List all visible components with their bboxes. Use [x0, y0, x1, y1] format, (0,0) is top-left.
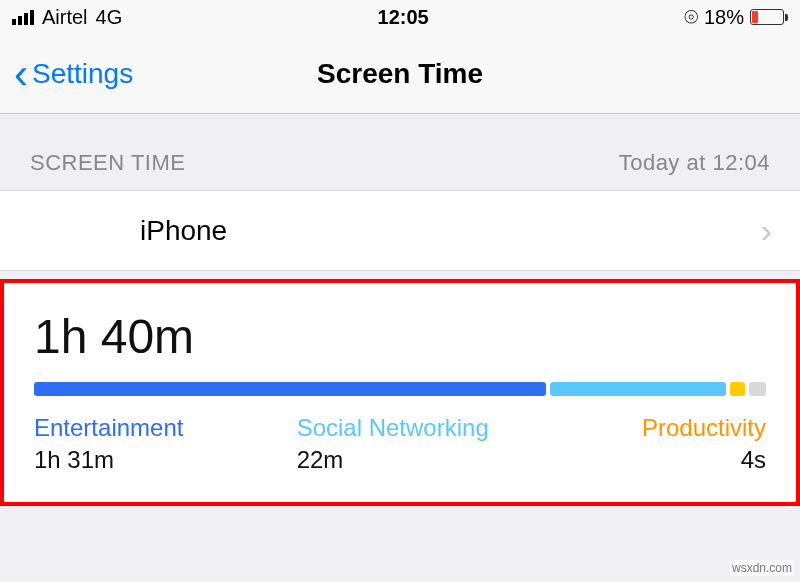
rotation-lock-icon: ⦾ [684, 7, 698, 28]
category-label: Productivity [642, 414, 766, 442]
device-row[interactable]: iPhone › [0, 190, 800, 271]
category-value: 22m [297, 446, 489, 474]
bar-segment-empty [749, 382, 766, 396]
battery-icon [750, 9, 788, 25]
chevron-right-icon: › [761, 211, 772, 250]
watermark: wsxdn.com [730, 560, 794, 576]
screen-time-summary[interactable]: 1h 40m Entertainment 1h 31m Social Netwo… [0, 279, 800, 506]
category-value: 1h 31m [34, 446, 183, 474]
section-timestamp: Today at 12:04 [619, 150, 770, 176]
status-right: ⦾ 18% [684, 6, 788, 29]
category-label: Entertainment [34, 414, 183, 442]
bar-segment-social [550, 382, 726, 396]
bar-segment-productivity [730, 382, 745, 396]
category-label: Social Networking [297, 414, 489, 442]
nav-bar: ‹ Settings Screen Time [0, 34, 800, 114]
chevron-left-icon: ‹ [14, 53, 28, 95]
back-label: Settings [32, 58, 133, 90]
bar-segment-entertainment [34, 382, 546, 396]
section-title: SCREEN TIME [30, 150, 185, 176]
category-entertainment: Entertainment 1h 31m [34, 414, 183, 474]
page-title: Screen Time [317, 58, 483, 90]
category-social: Social Networking 22m [297, 414, 489, 474]
status-left: Airtel 4G [12, 6, 122, 29]
carrier-label: Airtel [42, 6, 88, 29]
battery-percent-label: 18% [704, 6, 744, 29]
total-time: 1h 40m [34, 309, 766, 364]
network-label: 4G [96, 6, 123, 29]
back-button[interactable]: ‹ Settings [0, 53, 133, 95]
category-productivity: Productivity 4s [642, 414, 766, 474]
signal-icon [12, 10, 34, 25]
usage-bar [34, 382, 766, 396]
section-header: SCREEN TIME Today at 12:04 [0, 114, 800, 190]
category-breakdown: Entertainment 1h 31m Social Networking 2… [34, 414, 766, 474]
device-name: iPhone [140, 215, 227, 247]
clock-label: 12:05 [378, 6, 429, 29]
status-bar: Airtel 4G 12:05 ⦾ 18% [0, 0, 800, 34]
category-value: 4s [642, 446, 766, 474]
